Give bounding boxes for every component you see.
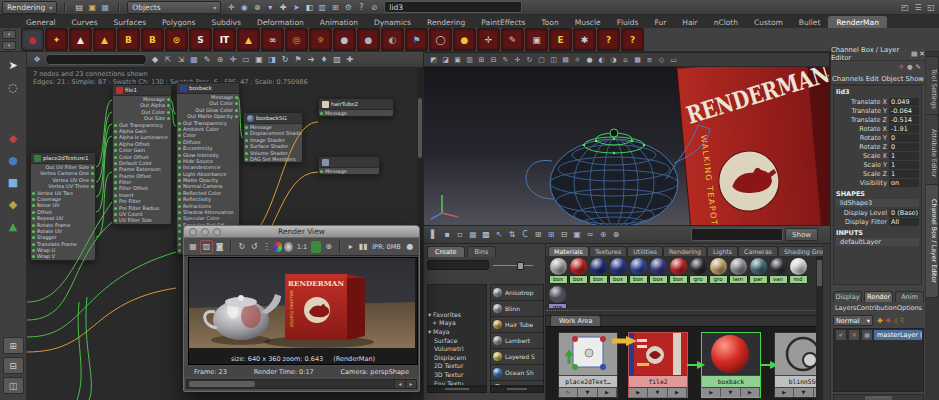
viewport-toolbar-icon[interactable]: ☼: [572, 54, 583, 65]
snap-icon[interactable]: ◉: [238, 1, 250, 13]
material-swatch[interactable]: box: [649, 258, 668, 284]
channel-box-menu[interactable]: Edit: [866, 75, 879, 83]
layer-row[interactable]: ✔ ✖ ▦ masterLayer (Norm: [834, 329, 923, 341]
channel-value-field[interactable]: -0.514: [889, 116, 919, 124]
bookmark-icon[interactable]: ❖: [31, 54, 43, 66]
layout-button[interactable]: ⊟: [3, 357, 24, 374]
material-swatch[interactable]: red: [789, 258, 808, 284]
scroll-left-icon[interactable]: ◂: [394, 380, 405, 388]
file-toolbar-icon[interactable]: ▤: [73, 1, 85, 13]
xyz-manip-icon[interactable]: ✛: [898, 63, 903, 71]
material-swatch[interactable]: box: [549, 258, 568, 284]
minimize-icon[interactable]: [201, 228, 209, 236]
panel-toggle-icon[interactable]: ◱: [925, 1, 937, 13]
file-toolbar-icon[interactable]: ▣: [86, 1, 98, 13]
hypershade-toolbar-icon[interactable]: ⊕: [597, 229, 609, 241]
browser-tab[interactable]: Materials: [548, 246, 589, 256]
display-rt-icon[interactable]: [311, 241, 321, 253]
create-hscrollbar[interactable]: [490, 386, 544, 393]
node-editor-toolbar-icon[interactable]: ◆: [149, 54, 161, 66]
channel-name[interactable]: Translate Z: [836, 116, 889, 124]
node-place2dtexture[interactable]: place2dTexture1 Out UV Filter SizeVertex…: [30, 152, 96, 261]
node-editor-toolbar-icon[interactable]: ⊕: [214, 54, 226, 66]
layer-editor-menu[interactable]: Layers: [835, 304, 857, 312]
quick-select-icon[interactable]: ◆: [4, 195, 22, 213]
shelf-tab[interactable]: Surfaces: [106, 16, 154, 28]
channel-name[interactable]: Rotate Z: [836, 143, 889, 151]
channel-value-field[interactable]: 1: [889, 152, 919, 160]
shelf-icon[interactable]: ●: [453, 28, 476, 51]
channel-value-field[interactable]: 0: [889, 134, 919, 142]
snap-icon[interactable]: ⊗: [251, 1, 263, 13]
material-swatch[interactable]: lam: [729, 258, 748, 284]
shelf-icon[interactable]: ▣: [525, 28, 548, 51]
hypershade-toolbar-icon[interactable]: ▪: [441, 229, 453, 241]
shelf-icon[interactable]: ●: [357, 28, 380, 51]
expand-right-icon[interactable]: ▶: [741, 388, 760, 397]
selection-mask-selector[interactable]: Objects▾: [127, 1, 221, 14]
create-tree-item[interactable]: 3D Textur: [428, 371, 486, 380]
shelf-icon[interactable]: ⊙: [165, 28, 188, 51]
move-layer-down-icon[interactable]: ☟: [899, 317, 903, 325]
shelf-tab[interactable]: nCloth: [706, 16, 746, 28]
rename-input[interactable]: [384, 1, 522, 13]
render-view-window[interactable]: Render View ▦ ▨ ◙ ↻ ↺ ⋮ 1:1 ⊕ ▸ ▮▮ IPR: …: [183, 225, 420, 392]
quick-select-icon[interactable]: ▲: [4, 217, 22, 235]
node-attribute-row[interactable]: UV Filter Size: [113, 217, 171, 223]
viewport-toolbar-icon[interactable]: ▭: [668, 54, 679, 65]
channel-name[interactable]: Scale Z: [836, 170, 889, 178]
layer-editor-tab[interactable]: Display: [833, 291, 862, 302]
node-editor-toolbar-icon[interactable]: ▦: [188, 54, 200, 66]
shelf-icon[interactable]: ✱: [573, 28, 596, 51]
node-file1[interactable]: file1 MessageOut AlphaOut ColorOut SizeO…: [112, 84, 172, 225]
node-editor-toolbar-icon[interactable]: ↻: [279, 54, 291, 66]
shelf-tab[interactable]: Rendering: [419, 16, 473, 28]
panel-toggle-icon[interactable]: ◰: [899, 1, 911, 13]
hypershade-toolbar-icon[interactable]: C: [519, 229, 531, 241]
browser-vscrollbar[interactable]: [816, 256, 823, 400]
hypershade-toolbar-icon[interactable]: ≈: [584, 229, 596, 241]
shelf-icon[interactable]: ✦: [45, 28, 68, 51]
shelf-icon[interactable]: E: [549, 28, 572, 51]
expand-left-icon[interactable]: ▶: [702, 388, 721, 397]
create-tree-item[interactable]: + Maya: [428, 319, 486, 328]
node-hairtube[interactable]: hairTube2 Message: [318, 98, 394, 117]
viewport-toolbar-icon[interactable]: ◐: [596, 54, 607, 65]
snapshot-icon[interactable]: ◙: [215, 241, 225, 253]
layer-list-scrollbar[interactable]: [833, 394, 924, 400]
shelf-icon[interactable]: S: [189, 28, 212, 51]
tool-icon[interactable]: ➤: [4, 56, 22, 74]
pencil-icon[interactable]: ✎: [916, 63, 921, 71]
node-attribute-row[interactable]: Message: [319, 110, 393, 116]
file-toolbar-icon[interactable]: ▦: [99, 1, 111, 13]
shelf-icon[interactable]: ▲: [93, 28, 116, 51]
work-node-file2[interactable]: file2 ▶▼▶: [628, 332, 688, 398]
channel-value-field[interactable]: 1: [889, 170, 919, 178]
quick-select-icon[interactable]: ◆: [4, 129, 22, 147]
create-material-button[interactable]: Ocean Sh: [491, 365, 543, 381]
node-editor-toolbar-icon[interactable]: ▧: [331, 54, 343, 66]
create-material-button[interactable]: Hair Tube: [491, 317, 543, 333]
shelf-tab[interactable]: Fluids: [609, 16, 647, 28]
create-tree-item[interactable]: 2D Textur: [428, 362, 486, 371]
browser-tab[interactable]: Lights: [707, 246, 738, 256]
viewport-toolbar-icon[interactable]: ✎: [500, 54, 511, 65]
browser-tab[interactable]: Shading Grou: [778, 246, 823, 256]
shelf-icon[interactable]: ▲: [237, 28, 260, 51]
new-layer-selected-icon[interactable]: ❖: [885, 317, 891, 325]
channel-name[interactable]: Rotate X: [836, 125, 889, 133]
expand-left-icon[interactable]: ▶: [629, 388, 648, 397]
render-view-hscrollbar[interactable]: ◂ ▸: [186, 379, 417, 389]
hypershade-toolbar-icon[interactable]: ↖: [493, 229, 505, 241]
render-view-titlebar[interactable]: Render View: [184, 226, 419, 237]
shelf-tab[interactable]: Hair: [674, 16, 705, 28]
material-swatch[interactable]: gro: [689, 258, 708, 284]
shelf-tab[interactable]: Muscle: [567, 16, 609, 28]
create-material-button[interactable]: Lambert: [491, 333, 543, 349]
node-editor-toolbar-icon[interactable]: ◨: [266, 54, 278, 66]
layout-button[interactable]: ◫: [3, 377, 24, 394]
node-shading-group[interactable]: boxbackSG MessageDisplacement ShaderImag…: [243, 112, 303, 163]
hypershade-toolbar-icon[interactable]: ▣: [571, 229, 583, 241]
viewport-toolbar-icon[interactable]: ◑: [608, 54, 619, 65]
browser-tab[interactable]: Textures: [589, 246, 627, 256]
